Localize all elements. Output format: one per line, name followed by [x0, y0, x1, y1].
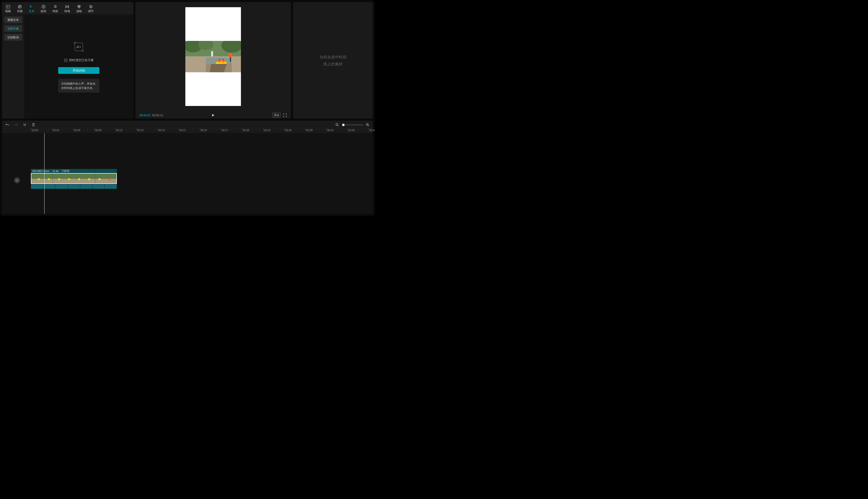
- svg-rect-34: [42, 179, 52, 183]
- start-recognize-button[interactable]: 开始识别: [58, 67, 99, 74]
- clip-muted-label: 已静音: [62, 169, 70, 173]
- video-frame: [185, 7, 241, 106]
- undo-icon[interactable]: [5, 123, 9, 127]
- tab-text-label: 文本: [29, 9, 35, 13]
- inspector-panel: 当前未选中时间 线上的素材: [293, 2, 373, 119]
- timeline-panel: 00:0000:0300:0600:0900:1200:1500:1800:21…: [2, 121, 373, 214]
- svg-point-41: [68, 178, 70, 180]
- inspector-placeholder: 当前未选中时间 线上的素材: [319, 53, 346, 68]
- svg-rect-52: [106, 179, 116, 183]
- svg-point-5: [43, 6, 43, 7]
- play-button[interactable]: [212, 114, 215, 117]
- zoom-slider-thumb[interactable]: [342, 124, 344, 126]
- adjust-icon: [89, 5, 93, 9]
- tab-audio-label: 音频: [17, 9, 23, 13]
- redo-icon[interactable]: [14, 123, 18, 127]
- app-root: 视频 音频 TI 文本: [0, 0, 375, 216]
- tab-video[interactable]: 视频: [2, 3, 14, 14]
- preview-right-controls: 原始: [272, 113, 287, 118]
- filter-icon: [77, 5, 81, 9]
- transition-icon: [65, 5, 69, 9]
- clip-duration: 12.4s: [52, 170, 58, 173]
- tab-filter-label: 滤镜: [76, 9, 82, 13]
- video-content-image: [185, 41, 241, 72]
- video-clip[interactable]: 20210627.mov 12.4s 已静音: [31, 169, 117, 189]
- svg-point-21: [219, 59, 221, 60]
- zoom-out-icon[interactable]: [335, 123, 339, 127]
- left-body: 新建文本 识别字幕 识别歌词 A≡ 同时清空已有字幕 开始识别 识别视频中的人声…: [2, 14, 133, 119]
- inspector-placeholder-line2: 线上的素材: [319, 60, 346, 68]
- sidebar-item-recognize-subtitle[interactable]: 识别字幕: [4, 25, 22, 32]
- text-icon: TI: [29, 5, 34, 9]
- preview-panel: 00:00:02 00:00:12 原始: [135, 2, 291, 119]
- sidebar-item-label: 识别歌词: [8, 36, 19, 39]
- svg-point-1: [18, 5, 22, 8]
- svg-point-22: [223, 59, 224, 60]
- svg-point-35: [48, 178, 50, 180]
- tab-audio[interactable]: 音频: [14, 3, 26, 14]
- sidebar-item-label: 新建文本: [8, 18, 19, 22]
- tab-adjust-label: 调节: [88, 9, 94, 13]
- svg-point-53: [108, 178, 110, 180]
- tab-transition-label: 转场: [64, 9, 70, 13]
- checkbox-icon[interactable]: [64, 59, 68, 62]
- left-sidebar: 新建文本 识别字幕 识别歌词: [2, 14, 24, 119]
- svg-rect-26: [211, 51, 213, 56]
- timeline-toolbar: [2, 121, 373, 129]
- svg-point-44: [78, 178, 80, 180]
- tab-effect[interactable]: 特效: [49, 3, 61, 14]
- timeline-zoom: [335, 123, 370, 127]
- fullscreen-icon[interactable]: [283, 113, 287, 117]
- tab-video-label: 视频: [5, 9, 11, 13]
- tab-transition[interactable]: 转场: [61, 3, 73, 14]
- clip-filename: 20210627.mov: [32, 170, 49, 173]
- tab-sticker[interactable]: 贴纸: [38, 3, 49, 14]
- audio-icon: [18, 5, 22, 9]
- tab-filter[interactable]: 滤镜: [73, 3, 85, 14]
- ruler-tick: 00:48: [369, 129, 375, 132]
- top-row: 视频 音频 TI 文本: [2, 2, 373, 119]
- current-time: 00:00:02: [140, 114, 151, 117]
- svg-point-29: [16, 179, 18, 182]
- clip-audio-track: [31, 184, 117, 189]
- svg-point-10: [90, 5, 91, 6]
- svg-point-6: [44, 6, 44, 7]
- tab-adjust[interactable]: 调节: [85, 3, 97, 14]
- svg-point-38: [58, 178, 60, 180]
- split-icon[interactable]: [23, 123, 27, 127]
- delete-icon[interactable]: [32, 123, 36, 127]
- svg-text:I: I: [32, 6, 32, 8]
- timeline-ruler[interactable]: 00:0000:0300:0600:0900:1200:1500:1800:21…: [2, 129, 373, 133]
- clip-header: 20210627.mov 12.4s 已静音: [31, 169, 117, 173]
- sidebar-item-recognize-lyrics[interactable]: 识别歌词: [4, 34, 22, 41]
- svg-point-47: [88, 178, 90, 180]
- timeline-body[interactable]: 20210627.mov 12.4s 已静音: [2, 133, 373, 214]
- track-toggle-icon[interactable]: [14, 177, 20, 183]
- clip-thumbnails: [31, 173, 117, 184]
- preview-controls: 00:00:02 00:00:12 原始: [135, 111, 291, 120]
- svg-rect-18: [230, 57, 231, 62]
- preview-area[interactable]: [135, 2, 291, 111]
- sidebar-item-new-text[interactable]: 新建文本: [4, 16, 22, 23]
- tab-sticker-label: 贴纸: [41, 9, 46, 13]
- sticker-icon: [41, 5, 46, 9]
- svg-rect-37: [53, 179, 63, 183]
- effect-icon: [53, 5, 57, 9]
- original-ratio-button[interactable]: 原始: [272, 113, 281, 118]
- svg-rect-49: [95, 179, 106, 183]
- tab-text[interactable]: TI 文本: [26, 3, 38, 14]
- svg-point-12: [90, 7, 91, 8]
- clear-existing-row[interactable]: 同时清空已有字幕: [64, 58, 94, 62]
- video-icon: [6, 5, 10, 9]
- tab-effect-label: 特效: [52, 9, 58, 13]
- zoom-slider[interactable]: [341, 124, 364, 125]
- inspector-placeholder-line1: 当前未选中时间: [319, 53, 346, 60]
- svg-point-17: [228, 53, 233, 57]
- playhead[interactable]: [44, 133, 45, 214]
- subtitle-panel: A≡ 同时清空已有字幕 开始识别 识别视频中的人声，并自动在时间线上生成字幕文本…: [24, 14, 133, 119]
- svg-point-50: [98, 178, 100, 180]
- hint-text: 识别视频中的人声，并自动在时间线上生成字幕文本。: [58, 79, 99, 93]
- subtitle-a-icon: A≡: [75, 43, 83, 51]
- zoom-in-icon[interactable]: [366, 123, 370, 127]
- clear-existing-label: 同时清空已有字幕: [69, 58, 94, 62]
